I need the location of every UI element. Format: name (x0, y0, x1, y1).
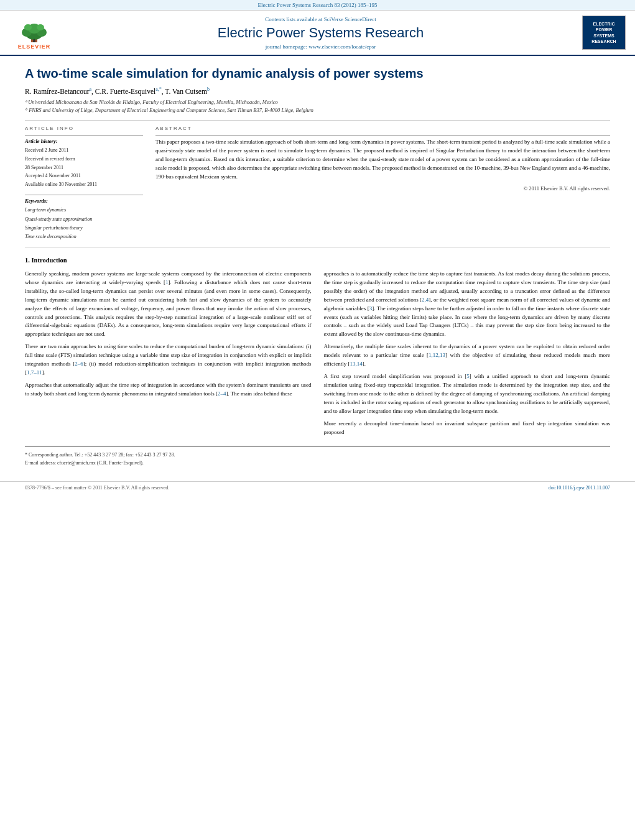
journal-title: Electric Power Systems Research (68, 25, 573, 41)
authors-line: R. Ramírez-Betancoura, C.R. Fuerte-Esqui… (25, 86, 610, 95)
body-left-p1: Generally speaking, modern power systems… (25, 270, 312, 339)
main-content: A two-time scale simulation for dynamic … (0, 56, 635, 476)
body-two-col: Generally speaking, modern power systems… (25, 270, 610, 441)
journal-title-block: Contents lists available at SciVerse Sci… (68, 16, 573, 50)
homepage-text: journal homepage: (266, 44, 307, 50)
journal-reference-text: Electric Power Systems Research 83 (2012… (258, 2, 378, 8)
sciverse-link[interactable]: SciVerse ScienceDirect (324, 16, 376, 22)
article-info-col: ARTICLE INFO Article history: Received 2… (25, 126, 143, 242)
affiliation-a: ᵃ Universidad Michoacana de San Nicolás … (25, 98, 610, 106)
keyword-4: Time scale decomposition (25, 233, 143, 241)
footnote-star: * Corresponding author. Tel.: +52 443 3 … (25, 451, 610, 459)
body-left-p3: Approaches that automatically adjust the… (25, 381, 312, 399)
article-history-content: Received 2 June 2011 Received in revised… (25, 146, 143, 188)
bottom-bar: 0378-7796/$ – see front matter © 2011 El… (0, 481, 635, 494)
body-right-p3: A first step toward model simplification… (324, 372, 611, 416)
body-right-p4: More recently a decoupled time-domain ba… (324, 420, 611, 437)
journal-reference-bar: Electric Power Systems Research 83 (2012… (0, 0, 635, 11)
abstract-body-divider (25, 247, 610, 247)
introduction-section: 1. Introduction Generally speaking, mode… (25, 257, 610, 441)
abstract-col: ABSTRACT This paper proposes a two-time … (155, 126, 610, 242)
body-right-p2: Alternatively, the multiple time scales … (324, 343, 611, 369)
keywords-title: Keywords: (25, 198, 143, 204)
doi-text[interactable]: doi:10.1016/j.epsr.2011.11.007 (549, 485, 610, 491)
body-left-col: Generally speaking, modern power systems… (25, 270, 312, 441)
paper-title: A two-time scale simulation for dynamic … (25, 65, 610, 81)
body-right-p1: approaches is to automatically reduce th… (324, 270, 611, 339)
article-info-block: Article history: Received 2 June 2011 Re… (25, 135, 143, 188)
abstract-header: ABSTRACT (155, 126, 610, 131)
journal-header: ELSEVIER Contents lists available at Sci… (0, 11, 635, 56)
footnote: * Corresponding author. Tel.: +52 443 3 … (25, 451, 610, 468)
received-revised-label: Received in revised form (25, 156, 75, 162)
keywords-block: Keywords: Long-term dynamics Quasi-stead… (25, 195, 143, 242)
issn-text: 0378-7796/$ – see front matter © 2011 El… (25, 485, 169, 491)
cover-label-text: ELECTRIC POWER SYSTEMS RESEARCH (583, 19, 625, 46)
affiliations: ᵃ Universidad Michoacana de San Nicolás … (25, 98, 610, 114)
contents-line: Contents lists available at SciVerse Sci… (68, 16, 573, 22)
keywords-content: Long-term dynamics Quasi-steady state ap… (25, 206, 143, 242)
contents-text: Contents lists available at (265, 16, 322, 22)
section1-title: 1. Introduction (25, 257, 610, 264)
available-online: Available online 30 November 2011 (25, 182, 97, 187)
journal-homepage: journal homepage: www.elsevier.com/locat… (68, 44, 573, 50)
article-history-title: Article history: (25, 138, 143, 144)
keyword-3: Singular perturbation theory (25, 224, 143, 233)
affiliation-b: ᵇ FNRS and University of Liège, Departme… (25, 106, 610, 114)
abstract-block: This paper proposes a two-time scale sim… (155, 135, 610, 192)
footnote-divider (25, 446, 610, 446)
body-right-col: approaches is to automatically reduce th… (324, 270, 611, 441)
article-info-header: ARTICLE INFO (25, 126, 143, 131)
homepage-link[interactable]: www.elsevier.com/locate/epsr (308, 44, 376, 50)
svg-rect-8 (33, 40, 35, 42)
article-info-abstract-row: ARTICLE INFO Article history: Received 2… (25, 126, 610, 242)
revised-date: 28 September 2011 (25, 165, 63, 170)
svg-point-5 (24, 24, 32, 30)
keyword-1: Long-term dynamics (25, 206, 143, 215)
received-date: Received 2 June 2011 (25, 147, 68, 153)
svg-point-6 (37, 24, 44, 30)
accepted-date: Accepted 4 November 2011 (25, 173, 81, 178)
abstract-text: This paper proposes a two-time scale sim… (155, 138, 610, 182)
header-divider (25, 120, 610, 121)
keyword-2: Quasi-steady state approximation (25, 215, 143, 224)
elsevier-label-text: ELSEVIER (18, 44, 51, 50)
copyright-line: © 2011 Elsevier B.V. All rights reserved… (155, 185, 610, 192)
journal-cover-image: ELECTRIC POWER SYSTEMS RESEARCH (582, 16, 626, 50)
elsevier-logo: ELSEVIER (9, 16, 59, 50)
footnote-email: E-mail address: cfuerte@umich.mx (C.R. F… (25, 459, 610, 468)
body-left-p2: There are two main approaches to using t… (25, 343, 312, 377)
